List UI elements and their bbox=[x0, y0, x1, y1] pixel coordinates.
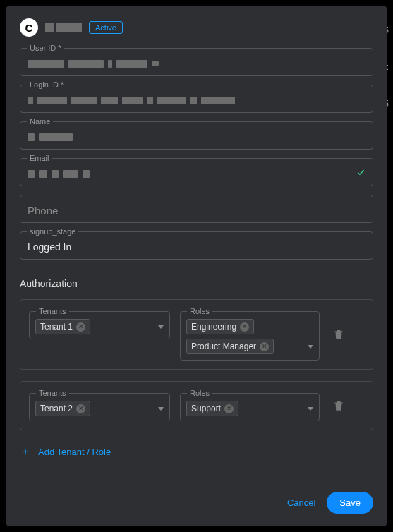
remove-chip-icon[interactable]: ✕ bbox=[224, 404, 234, 413]
avatar: C bbox=[20, 18, 38, 37]
field-label: Name bbox=[27, 117, 53, 126]
login-id-field[interactable]: Login ID * bbox=[20, 85, 373, 113]
authorization-heading: Authorization bbox=[20, 278, 373, 289]
save-button[interactable]: Save bbox=[327, 492, 373, 514]
auth-row: Tenants Tenant 1 ✕ Roles Engineering ✕ bbox=[20, 299, 373, 370]
add-tenant-role-button[interactable]: ＋ Add Tenant / Role bbox=[20, 445, 373, 459]
name-value bbox=[28, 133, 365, 141]
name-field[interactable]: Name bbox=[20, 121, 373, 150]
role-chip[interactable]: Product Manager ✕ bbox=[186, 339, 274, 354]
chip-label: Engineering bbox=[191, 322, 236, 332]
tenants-select[interactable]: Tenants Tenant 2 ✕ bbox=[29, 393, 170, 421]
tenants-select[interactable]: Tenants Tenant 1 ✕ bbox=[29, 311, 170, 339]
remove-chip-icon[interactable]: ✕ bbox=[76, 404, 85, 413]
field-label: Login ID * bbox=[27, 80, 66, 89]
remove-chip-icon[interactable]: ✕ bbox=[76, 322, 85, 332]
field-label: Roles bbox=[187, 389, 212, 397]
tenant-chip[interactable]: Tenant 1 ✕ bbox=[35, 319, 90, 334]
add-label: Add Tenant / Role bbox=[38, 447, 111, 457]
roles-select[interactable]: Roles Engineering ✕ Product Manager ✕ bbox=[180, 311, 320, 361]
signup-stage-value: Logged In bbox=[28, 241, 365, 253]
plus-icon: ＋ bbox=[20, 445, 31, 459]
chevron-down-icon bbox=[308, 407, 313, 411]
field-label: Email bbox=[27, 154, 52, 162]
chevron-down-icon bbox=[158, 407, 164, 411]
phone-placeholder: Phone bbox=[28, 205, 58, 217]
login-id-value bbox=[28, 97, 365, 104]
status-badge: Active bbox=[89, 21, 123, 34]
field-label: signup_stage bbox=[27, 227, 78, 236]
phone-field[interactable]: Phone bbox=[20, 195, 373, 223]
user-edit-panel: C Active User ID * Login ID * bbox=[6, 6, 387, 526]
chip-label: Tenant 1 bbox=[40, 322, 73, 332]
panel-header: C Active bbox=[20, 18, 373, 37]
verified-check-icon bbox=[356, 167, 365, 180]
tenant-chip[interactable]: Tenant 2 ✕ bbox=[35, 401, 90, 416]
chevron-down-icon bbox=[158, 325, 164, 329]
role-chip[interactable]: Engineering ✕ bbox=[186, 319, 254, 334]
user-name-redacted bbox=[45, 23, 82, 32]
roles-select[interactable]: Roles Support ✕ bbox=[180, 393, 320, 421]
remove-chip-icon[interactable]: ✕ bbox=[260, 342, 269, 351]
email-value bbox=[28, 170, 356, 178]
email-field[interactable]: Email bbox=[20, 158, 373, 186]
field-label: Tenants bbox=[36, 307, 69, 315]
role-chip[interactable]: Support ✕ bbox=[186, 401, 238, 416]
remove-chip-icon[interactable]: ✕ bbox=[240, 322, 249, 332]
field-label: Roles bbox=[187, 307, 212, 315]
user-id-value bbox=[28, 60, 365, 68]
delete-row-button[interactable] bbox=[332, 399, 345, 415]
chip-label: Support bbox=[191, 404, 221, 413]
chip-label: Product Manager bbox=[191, 341, 256, 351]
cancel-button[interactable]: Cancel bbox=[287, 497, 315, 508]
signup-stage-field[interactable]: signup_stage Logged In bbox=[20, 231, 373, 260]
chip-label: Tenant 2 bbox=[40, 404, 73, 413]
user-id-field[interactable]: User ID * bbox=[20, 48, 373, 76]
delete-row-button[interactable] bbox=[332, 328, 345, 344]
chevron-down-icon bbox=[308, 345, 313, 349]
auth-row: Tenants Tenant 2 ✕ Roles Support ✕ bbox=[20, 381, 373, 430]
field-label: Tenants bbox=[36, 389, 69, 397]
field-label: User ID * bbox=[27, 44, 64, 52]
panel-footer: Cancel Save bbox=[20, 478, 373, 514]
